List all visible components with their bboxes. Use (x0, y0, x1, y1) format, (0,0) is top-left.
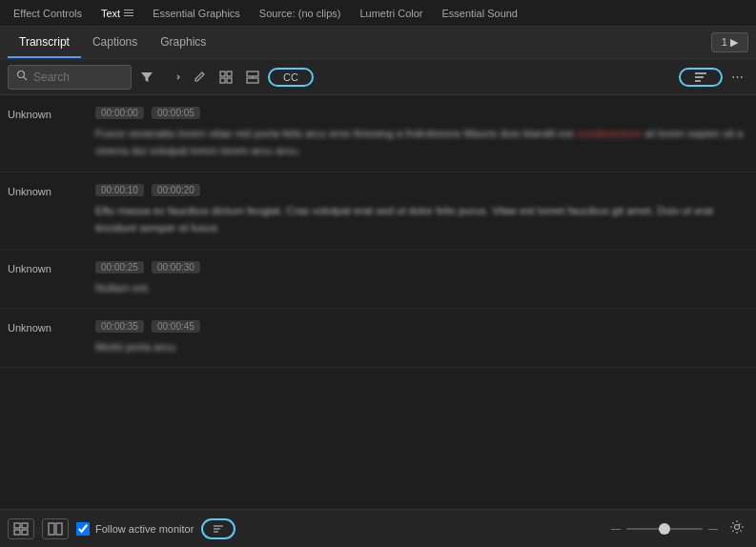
timestamp-end-3: 00:00:30 (152, 261, 200, 274)
transcript-block-3: Unknown 00:00:25 00:00:30 Nullam est. (0, 250, 756, 309)
timestamp-start-3: 00:00:25 (95, 261, 144, 274)
transcript-block-2: Unknown 00:00:10 00:00:20 Eftu massa ex … (0, 172, 756, 250)
search-input[interactable] (33, 71, 119, 84)
transcript-text-3[interactable]: Nullam est. (95, 279, 748, 296)
transcript-text-1[interactable]: Fusce venenatis lorem vitae nisl porta f… (95, 125, 748, 160)
filter-button[interactable] (135, 67, 158, 88)
timestamp-row-4: 00:00:35 00:00:45 (95, 320, 748, 333)
timestamp-end-2: 00:00:20 (152, 184, 200, 196)
error-word-1: condimentum (576, 128, 642, 139)
timestamp-start-2: 00:00:10 (95, 184, 144, 196)
svg-rect-3 (227, 71, 232, 76)
timestamp-end-4: 00:00:45 (152, 320, 200, 333)
speaker-1: Unknown (8, 107, 84, 160)
slider-min-icon: — (611, 523, 621, 534)
more-button[interactable]: ⋯ (726, 66, 748, 88)
svg-rect-2 (220, 71, 225, 76)
svg-rect-12 (22, 530, 28, 535)
menu-item-effect-controls[interactable]: Effect Controls (4, 0, 92, 26)
toolbar: CC ⋯ (0, 59, 756, 95)
split-button[interactable] (241, 67, 264, 88)
svg-point-15 (735, 525, 740, 530)
top-menu-bar: Effect Controls Text Essential Graphics … (0, 0, 756, 27)
timestamp-row-3: 00:00:25 00:00:30 (95, 261, 748, 274)
tab-captions[interactable]: Captions (81, 27, 149, 58)
cc-label: CC (283, 71, 298, 83)
svg-rect-14 (56, 523, 62, 535)
timestamp-start-1: 00:00:00 (95, 107, 144, 119)
bottom-icon-btn-2[interactable] (42, 518, 69, 539)
search-icon (16, 70, 28, 84)
svg-rect-6 (247, 71, 258, 76)
svg-rect-5 (227, 78, 232, 83)
follow-monitor-checkbox[interactable] (76, 522, 90, 536)
transcript-block-1: Unknown 00:00:00 00:00:05 Fusce venenati… (0, 95, 756, 172)
timestamp-start-4: 00:00:35 (95, 320, 144, 333)
transcript-content[interactable]: Unknown 00:00:00 00:00:05 Fusce venenati… (0, 95, 756, 509)
edit-button[interactable] (189, 67, 211, 87)
svg-rect-13 (49, 523, 54, 535)
svg-rect-4 (220, 78, 225, 83)
tab-graphics[interactable]: Graphics (149, 27, 217, 58)
svg-line-1 (24, 77, 27, 80)
transcript-col-4: 00:00:35 00:00:45 Morbi porta arcu. (95, 320, 748, 355)
timestamp-row-2: 00:00:10 00:00:20 (95, 184, 748, 196)
tab-bar: Transcript Captions Graphics 1 ▶ (0, 27, 756, 59)
speaker-2: Unknown (8, 184, 84, 237)
svg-rect-11 (14, 530, 20, 535)
sort-button[interactable] (162, 67, 185, 88)
bottom-oval-button[interactable] (201, 518, 235, 539)
cc-button-oval[interactable]: CC (268, 68, 314, 87)
menu-item-text[interactable]: Text (92, 0, 143, 26)
settings-button[interactable] (725, 516, 748, 541)
tab-transcript[interactable]: Transcript (8, 27, 81, 58)
slider-max-icon: — (708, 523, 718, 534)
right-action-oval[interactable] (679, 68, 723, 87)
menu-item-source[interactable]: Source: (no clips) (250, 0, 351, 26)
search-box[interactable] (8, 65, 132, 90)
transcript-text-4[interactable]: Morbi porta arcu. (95, 338, 748, 355)
slider-container: — — (611, 523, 718, 534)
transcript-col-1: 00:00:00 00:00:05 Fusce venenatis lorem … (95, 107, 748, 160)
transcript-text-2[interactable]: Eftu massa ex faucibus dictum feugiat. C… (95, 202, 748, 237)
tab-action-button[interactable]: 1 ▶ (711, 32, 748, 52)
zoom-slider[interactable] (626, 528, 703, 530)
timestamp-row-1: 00:00:00 00:00:05 (95, 107, 748, 119)
svg-rect-9 (14, 523, 20, 528)
bottom-icon-btn-1[interactable] (8, 518, 34, 539)
svg-rect-10 (22, 523, 28, 528)
transcript-block-4: Unknown 00:00:35 00:00:45 Morbi porta ar… (0, 309, 756, 368)
speaker-3: Unknown (8, 261, 84, 296)
menu-item-essential-sound[interactable]: Essential Sound (432, 0, 527, 26)
menu-lines-icon (124, 10, 133, 16)
follow-monitor-label[interactable]: Follow active monitor (76, 522, 194, 536)
transcript-col-2: 00:00:10 00:00:20 Eftu massa ex faucibus… (95, 184, 748, 237)
timestamp-end-1: 00:00:05 (152, 107, 200, 119)
merge-button[interactable] (215, 67, 237, 88)
svg-rect-7 (247, 78, 258, 83)
menu-item-essential-graphics[interactable]: Essential Graphics (143, 0, 250, 26)
bottom-bar: Follow active monitor — — (0, 509, 756, 547)
svg-point-0 (18, 71, 25, 78)
menu-item-lumetri-color[interactable]: Lumetri Color (350, 0, 432, 26)
speaker-4: Unknown (8, 320, 84, 355)
transcript-col-3: 00:00:25 00:00:30 Nullam est. (95, 261, 748, 296)
